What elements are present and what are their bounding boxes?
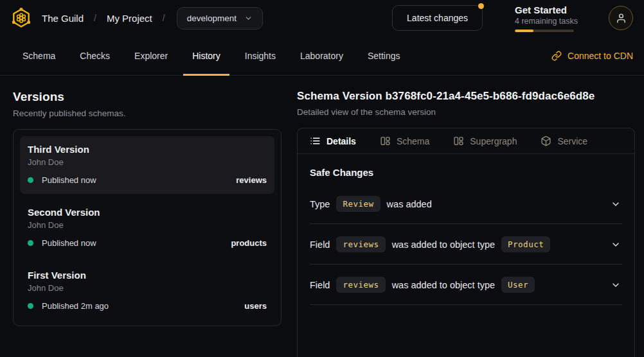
change-row[interactable]: Field reviews was added to object type P… bbox=[310, 224, 622, 265]
version-meta: Published 2m ago users bbox=[28, 301, 267, 311]
tab-checks[interactable]: Checks bbox=[67, 37, 122, 75]
version-meta: Published now products bbox=[28, 238, 267, 248]
change-badge: reviews bbox=[336, 277, 385, 293]
tab-history[interactable]: History bbox=[180, 37, 233, 75]
tab-supergraph[interactable]: Supergraph bbox=[453, 135, 517, 146]
change-row[interactable]: Field reviews was added to object type U… bbox=[310, 265, 622, 305]
change-badge: reviews bbox=[336, 236, 385, 252]
service-name: products bbox=[231, 238, 267, 248]
latest-changes-label: Latest changes bbox=[407, 13, 468, 23]
tab-laboratory[interactable]: Laboratory bbox=[288, 37, 355, 75]
chevron-down-icon bbox=[611, 199, 621, 209]
version-name: Third Version bbox=[28, 144, 267, 155]
published-status-dot bbox=[28, 303, 33, 309]
tab-insights[interactable]: Insights bbox=[233, 37, 288, 75]
change-row[interactable]: Type Review was added bbox=[310, 184, 622, 224]
version-detail-subtitle: Detailed view of the schema version bbox=[297, 107, 635, 117]
tab-service[interactable]: Service bbox=[541, 135, 587, 146]
published-status-dot bbox=[28, 240, 33, 246]
hive-logo-icon[interactable] bbox=[10, 6, 32, 30]
version-list-item[interactable]: Third Version John Doe Published now rev… bbox=[20, 136, 274, 194]
breadcrumb-project[interactable]: My Project bbox=[107, 13, 152, 24]
changes-list: Type Review was added Field reviews was … bbox=[310, 184, 622, 305]
tab-service-label: Service bbox=[557, 136, 587, 146]
connect-to-cdn-label: Connect to CDN bbox=[568, 51, 633, 61]
version-meta: Published now reviews bbox=[28, 175, 267, 185]
columns-icon bbox=[380, 135, 391, 146]
get-started-progress-bar bbox=[515, 30, 574, 32]
tab-supergraph-label: Supergraph bbox=[470, 136, 517, 146]
detail-tab-bar: Details Schema S bbox=[298, 128, 634, 154]
columns-icon bbox=[453, 135, 464, 146]
target-selector-dropdown[interactable]: development bbox=[177, 7, 263, 30]
change-kind: Type bbox=[310, 199, 330, 209]
breadcrumb-separator: / bbox=[94, 13, 96, 23]
primary-nav: Schema Checks Explorer History Insights … bbox=[0, 36, 644, 76]
user-icon bbox=[616, 13, 627, 24]
breadcrumb-org[interactable]: The Guild bbox=[42, 13, 84, 24]
change-badge: Review bbox=[336, 196, 380, 212]
target-selector-value: development bbox=[187, 13, 237, 23]
breadcrumb-separator: / bbox=[163, 13, 165, 23]
change-text: was added to object type bbox=[392, 239, 495, 250]
published-label: Published 2m ago bbox=[42, 301, 109, 311]
versions-title: Versions bbox=[13, 90, 282, 104]
version-author: John Doe bbox=[28, 157, 267, 167]
main-content: Versions Recently published schemas. Thi… bbox=[0, 76, 644, 357]
expand-change-button[interactable] bbox=[609, 279, 622, 292]
latest-changes-button[interactable]: Latest changes bbox=[392, 5, 483, 31]
connect-to-cdn-link[interactable]: Connect to CDN bbox=[551, 51, 633, 61]
detail-content: Safe Changes Type Review was added bbox=[298, 154, 634, 305]
cube-icon bbox=[541, 135, 551, 146]
versions-list: Third Version John Doe Published now rev… bbox=[13, 129, 282, 326]
version-list-item[interactable]: Second Version John Doe Published now pr… bbox=[20, 199, 274, 257]
chevron-down-icon bbox=[244, 14, 253, 22]
expand-change-button[interactable] bbox=[609, 198, 622, 211]
change-text: was added bbox=[387, 199, 432, 209]
chevron-down-icon bbox=[611, 280, 621, 290]
tab-schema[interactable]: Schema bbox=[10, 37, 67, 75]
chevron-down-icon bbox=[611, 239, 621, 250]
version-author: John Doe bbox=[28, 220, 267, 230]
tab-details-label: Details bbox=[326, 136, 356, 146]
notification-dot bbox=[478, 3, 484, 9]
user-avatar[interactable] bbox=[609, 6, 633, 30]
change-text: was added to object type bbox=[392, 280, 495, 290]
tab-explorer[interactable]: Explorer bbox=[122, 37, 180, 75]
tab-details[interactable]: Details bbox=[310, 135, 356, 146]
expand-change-button[interactable] bbox=[609, 238, 622, 251]
tab-schema-view[interactable]: Schema bbox=[380, 135, 429, 146]
link-icon bbox=[551, 51, 562, 61]
safe-changes-title: Safe Changes bbox=[310, 167, 622, 178]
tab-schema-view-label: Schema bbox=[397, 136, 429, 146]
version-list-item[interactable]: First Version John Doe Published 2m ago … bbox=[20, 262, 274, 320]
change-type-badge: Product bbox=[501, 236, 550, 252]
service-name: users bbox=[244, 301, 267, 311]
versions-subtitle: Recently published schemas. bbox=[13, 109, 282, 118]
change-kind: Field bbox=[310, 280, 330, 290]
version-author: John Doe bbox=[28, 283, 267, 293]
version-detail-column: Schema Version b3768fc0-21a4-45e5-b686-f… bbox=[292, 76, 644, 357]
published-label: Published now bbox=[42, 175, 96, 185]
breadcrumb: The Guild / My Project / bbox=[42, 13, 165, 24]
get-started-subtitle: 4 remaining tasks bbox=[515, 17, 578, 26]
get-started-progress-fill bbox=[515, 30, 533, 32]
list-icon bbox=[310, 135, 321, 146]
tab-settings[interactable]: Settings bbox=[355, 37, 413, 75]
get-started-widget[interactable]: Get Started 4 remaining tasks bbox=[515, 4, 578, 32]
top-bar: The Guild / My Project / development Lat… bbox=[0, 0, 644, 36]
published-status-dot bbox=[28, 177, 33, 183]
get-started-title: Get Started bbox=[515, 4, 578, 15]
change-type-badge: User bbox=[501, 277, 535, 293]
version-name: Second Version bbox=[28, 207, 267, 218]
version-name: First Version bbox=[28, 270, 267, 281]
version-detail-title: Schema Version b3768fc0-21a4-45e5-b686-f… bbox=[297, 90, 635, 103]
version-detail-card: Details Schema S bbox=[297, 128, 635, 357]
service-name: reviews bbox=[236, 175, 267, 185]
versions-column: Versions Recently published schemas. Thi… bbox=[0, 76, 292, 357]
published-label: Published now bbox=[42, 238, 96, 248]
change-kind: Field bbox=[310, 239, 330, 250]
